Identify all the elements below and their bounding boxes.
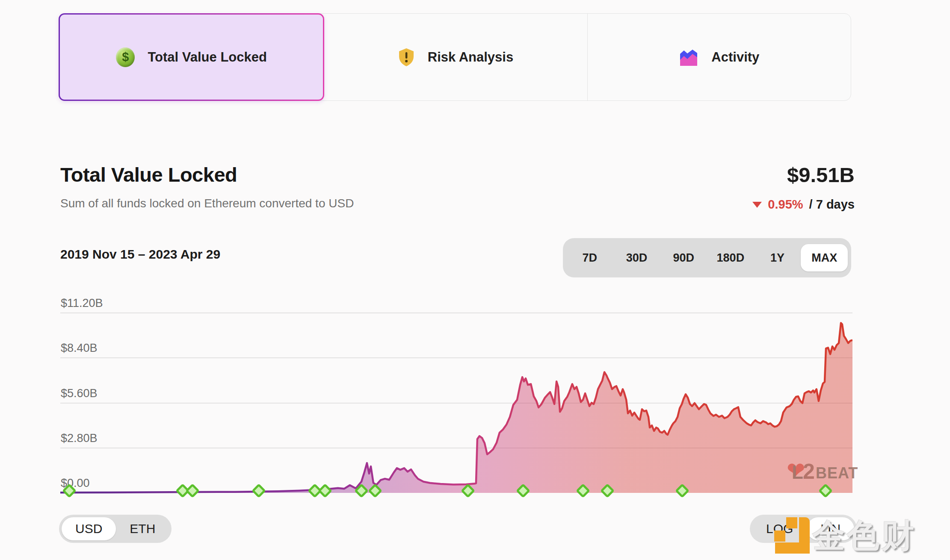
tvl-page: $ Total Value Locked Risk Analysis Activ…: [0, 0, 950, 560]
triangle-down-icon: [752, 202, 762, 208]
tab-label: Risk Analysis: [428, 50, 513, 65]
unit-option-eth[interactable]: ETH: [116, 517, 169, 540]
jinse-watermark-text: 金色财经: [812, 515, 950, 560]
page-subtitle: Sum of all funds locked on Ethereum conv…: [60, 197, 354, 210]
time-range-selector: 7D 30D 90D 180D 1Y MAX: [563, 238, 851, 277]
change-row: 0.95% / 7 days: [752, 197, 855, 212]
unit-toggle: USD ETH: [59, 515, 172, 543]
tab-risk-analysis[interactable]: Risk Analysis: [324, 14, 587, 100]
date-range-label: 2019 Nov 15 – 2023 Apr 29: [60, 247, 220, 262]
shield-warning-icon: [398, 48, 415, 67]
tab-label: Total Value Locked: [148, 50, 267, 65]
jinse-watermark: 金色财经: [770, 515, 950, 560]
l2beat-2: 2: [803, 459, 815, 484]
l2beat-watermark: ❤ L 2 BEAT: [788, 461, 857, 486]
tab-bar: $ Total Value Locked Risk Analysis Activ…: [59, 13, 851, 101]
range-button-90d[interactable]: 90D: [660, 244, 707, 271]
l2beat-beat: BEAT: [816, 464, 858, 482]
dollar-coin-icon: $: [116, 47, 135, 67]
tab-label: Activity: [711, 50, 759, 65]
range-button-180d[interactable]: 180D: [707, 244, 754, 271]
area-chart-icon: [679, 49, 698, 66]
unit-option-usd[interactable]: USD: [62, 517, 116, 540]
range-button-7d[interactable]: 7D: [566, 244, 613, 271]
tab-activity[interactable]: Activity: [587, 14, 851, 100]
range-button-30d[interactable]: 30D: [613, 244, 660, 271]
range-button-max[interactable]: MAX: [801, 244, 848, 271]
change-percent: 0.95%: [768, 197, 803, 212]
tvl-value: $9.51B: [787, 163, 855, 187]
l2beat-l: L: [792, 462, 803, 483]
range-button-1y[interactable]: 1Y: [754, 244, 801, 271]
page-title: Total Value Locked: [60, 163, 237, 186]
jinse-logo-icon: [770, 515, 812, 556]
change-period: / 7 days: [809, 197, 855, 212]
tvl-area-chart[interactable]: [60, 302, 852, 496]
tab-total-value-locked[interactable]: $ Total Value Locked: [59, 13, 324, 101]
